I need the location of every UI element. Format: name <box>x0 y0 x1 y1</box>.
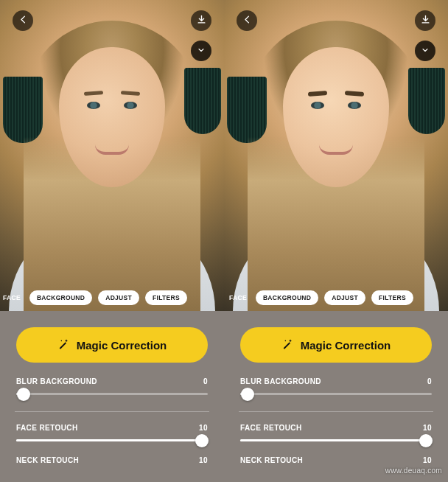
slider-track[interactable] <box>16 439 208 441</box>
expand-button[interactable] <box>415 41 435 61</box>
slider-thumb[interactable] <box>17 388 30 401</box>
magic-correction-label: Magic Correction <box>301 339 391 352</box>
tab-filters[interactable]: FILTERS <box>145 290 187 305</box>
chevron-down-icon <box>421 44 430 57</box>
slider-value: 10 <box>423 424 432 432</box>
slider-face-retouch: FACE RETOUCH 10 <box>16 424 208 441</box>
back-button[interactable] <box>13 10 33 31</box>
slider-label: BLUR BACKGROUND <box>16 377 97 385</box>
magic-wand-icon <box>281 338 293 352</box>
slider-value: 10 <box>199 424 208 432</box>
download-icon <box>420 14 431 28</box>
slider-label: NECK RETOUCH <box>16 456 79 464</box>
expand-button[interactable] <box>191 41 211 61</box>
tab-filters[interactable]: FILTERS <box>371 290 413 305</box>
slider-neck-retouch: NECK RETOUCH 10 <box>240 456 432 464</box>
tab-adjust[interactable]: ADJUST <box>324 290 365 305</box>
tab-strip: FACE BACKGROUND ADJUST FILTERS <box>0 290 224 306</box>
tab-face[interactable]: FACE <box>226 290 250 305</box>
slider-thumb[interactable] <box>419 434 433 447</box>
controls-panel: Magic Correction BLUR BACKGROUND 0 FACE … <box>224 311 448 482</box>
editor-pane-right: FACE BACKGROUND ADJUST FILTERS Magic Cor… <box>224 0 448 482</box>
magic-correction-label: Magic Correction <box>77 339 167 352</box>
slider-label: FACE RETOUCH <box>240 424 302 432</box>
slider-neck-retouch: NECK RETOUCH 10 <box>16 456 208 464</box>
photo-preview <box>0 0 224 311</box>
slider-label: FACE RETOUCH <box>16 424 78 432</box>
magic-correction-button[interactable]: Magic Correction <box>16 327 208 363</box>
divider <box>15 411 209 412</box>
back-button[interactable] <box>237 10 257 31</box>
svg-point-5 <box>284 340 286 341</box>
back-icon <box>242 14 253 28</box>
controls-panel: Magic Correction BLUR BACKGROUND 0 FACE … <box>0 311 224 482</box>
download-button[interactable] <box>191 10 211 31</box>
slider-thumb[interactable] <box>195 434 209 447</box>
chevron-down-icon <box>197 44 206 57</box>
slider-blur-background: BLUR BACKGROUND 0 <box>240 377 432 395</box>
editor-pane-left: FACE BACKGROUND ADJUST FILTERS Magic Cor… <box>0 0 224 482</box>
slider-blur-background: BLUR BACKGROUND 0 <box>16 377 208 395</box>
slider-value: 10 <box>199 456 208 464</box>
tab-strip: FACE BACKGROUND ADJUST FILTERS <box>224 290 448 306</box>
slider-label: NECK RETOUCH <box>240 456 303 464</box>
slider-track[interactable] <box>240 439 432 441</box>
tab-adjust[interactable]: ADJUST <box>98 290 139 305</box>
svg-point-2 <box>60 340 62 341</box>
tab-background[interactable]: BACKGROUND <box>29 290 92 305</box>
download-icon <box>196 14 207 28</box>
photo-preview <box>224 0 448 311</box>
slider-face-retouch: FACE RETOUCH 10 <box>240 424 432 441</box>
slider-value: 0 <box>203 377 208 385</box>
slider-label: BLUR BACKGROUND <box>240 377 321 385</box>
slider-track[interactable] <box>240 393 432 395</box>
slider-thumb[interactable] <box>241 388 254 401</box>
slider-value: 10 <box>423 456 432 464</box>
watermark: www.deuaq.com <box>385 467 442 475</box>
slider-track[interactable] <box>16 393 208 395</box>
magic-wand-icon <box>57 338 69 352</box>
tab-background[interactable]: BACKGROUND <box>256 290 318 305</box>
tab-face[interactable]: FACE <box>0 290 24 305</box>
divider <box>239 411 433 412</box>
download-button[interactable] <box>415 10 435 31</box>
slider-value: 0 <box>427 377 432 385</box>
magic-correction-button[interactable]: Magic Correction <box>240 327 432 363</box>
back-icon <box>18 14 29 28</box>
